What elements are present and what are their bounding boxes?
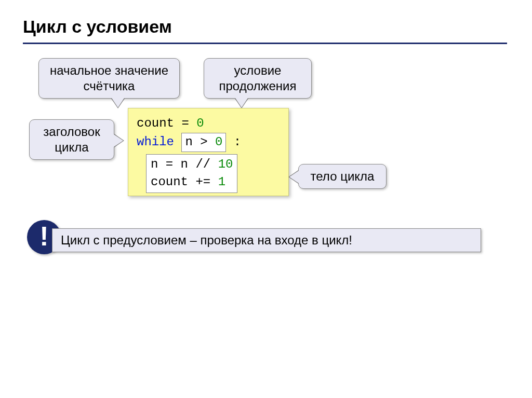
callout-text: условие продолжения	[219, 63, 296, 93]
callout-loop-body: тело цикла	[298, 164, 387, 189]
code-block: count = 0 while n > 0 : n = n // 10 coun…	[128, 108, 289, 196]
code-number: 0	[196, 116, 204, 130]
title-underline	[23, 43, 507, 44]
code-line-4: count += 1	[151, 173, 233, 191]
callout-text: заголовок цикла	[43, 125, 100, 154]
code-line-1: count = 0	[137, 115, 280, 133]
page-title: Цикл с условием	[23, 17, 172, 37]
body-text: count +=	[151, 175, 218, 189]
note-precondition: Цикл с предусловием – проверка на входе …	[52, 228, 481, 252]
code-ident: count	[137, 116, 174, 130]
callout-condition: условие продолжения	[204, 58, 312, 99]
loop-body-box: n = n // 10 count += 1	[146, 154, 237, 194]
condition-box: n > 0	[181, 133, 226, 152]
code-number: 0	[215, 135, 222, 149]
callout-loop-header: заголовок цикла	[29, 119, 114, 160]
callout-text: тело цикла	[311, 169, 375, 183]
callout-text: начальное значение счётчика	[50, 63, 168, 93]
code-colon: :	[226, 135, 241, 149]
code-line-3: n = n // 10	[151, 156, 233, 174]
cond-text: n >	[185, 135, 215, 149]
callout-initial-value: начальное значение счётчика	[38, 58, 180, 99]
code-line-2: while n > 0 :	[137, 133, 280, 152]
body-text: n = n //	[151, 157, 218, 171]
code-number: 1	[218, 175, 225, 189]
code-op: =	[174, 116, 196, 130]
code-number: 10	[218, 157, 233, 171]
code-keyword: while	[137, 135, 174, 149]
